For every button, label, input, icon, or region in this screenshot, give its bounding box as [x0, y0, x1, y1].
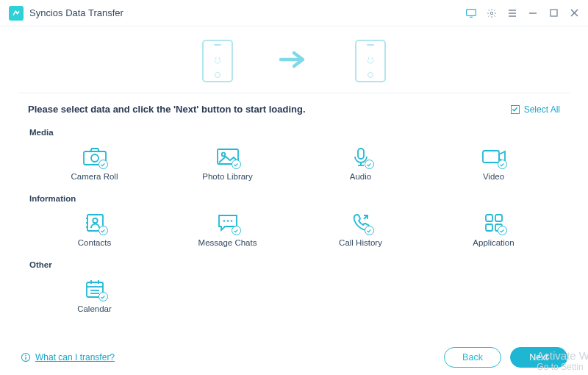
- item-label: Application: [473, 238, 514, 247]
- menu-icon[interactable]: [507, 8, 517, 18]
- footer: What can I transfer? Back Next Activate …: [0, 340, 588, 375]
- video-icon: [479, 146, 509, 168]
- item-photo-library[interactable]: Photo Library: [161, 141, 294, 188]
- group-label-media: Media: [29, 128, 560, 137]
- svg-point-21: [221, 153, 225, 157]
- chat-icon: [213, 212, 243, 234]
- item-video[interactable]: Video: [427, 141, 560, 188]
- gear-icon[interactable]: [487, 8, 497, 18]
- apps-icon: [479, 212, 509, 234]
- svg-rect-35: [495, 215, 502, 221]
- info-icon: [21, 352, 31, 362]
- item-camera-roll[interactable]: Camera Roll: [28, 141, 161, 188]
- screen-icon[interactable]: [466, 8, 476, 18]
- photo-icon: [213, 146, 243, 168]
- group-label-information: Information: [29, 194, 560, 203]
- svg-point-31: [223, 220, 225, 222]
- instruction-text: Please select data and click the 'Next' …: [28, 104, 306, 115]
- item-label: Camera Roll: [71, 172, 118, 181]
- svg-rect-0: [467, 9, 476, 15]
- source-phone-icon: [202, 40, 233, 82]
- item-audio[interactable]: Audio: [294, 141, 427, 188]
- item-call-history[interactable]: Call History: [294, 207, 427, 254]
- close-icon[interactable]: [569, 8, 579, 18]
- app-logo: [9, 6, 24, 21]
- target-phone-icon: [355, 40, 386, 82]
- svg-point-30: [93, 218, 97, 223]
- minimize-icon[interactable]: [528, 8, 538, 18]
- group-label-other: Other: [29, 260, 560, 269]
- help-label: What can I transfer?: [35, 352, 115, 362]
- item-label: Video: [483, 172, 504, 181]
- svg-rect-7: [551, 10, 557, 16]
- svg-rect-34: [486, 215, 492, 221]
- svg-point-33: [230, 220, 232, 222]
- svg-point-2: [490, 12, 493, 15]
- item-label: Contacts: [78, 238, 111, 247]
- transfer-arrow-icon: [277, 49, 311, 74]
- maximize-icon[interactable]: [548, 8, 559, 18]
- window-controls: [466, 8, 579, 18]
- svg-point-45: [25, 355, 26, 357]
- contacts-icon: [80, 212, 110, 234]
- back-button[interactable]: Back: [444, 347, 501, 368]
- calendar-icon: [80, 278, 110, 300]
- item-label: Calendar: [77, 304, 112, 313]
- svg-rect-25: [483, 151, 499, 162]
- select-all-label: Select All: [524, 104, 560, 115]
- svg-point-19: [91, 154, 98, 162]
- phone-icon: [346, 212, 376, 234]
- item-application[interactable]: Application: [427, 207, 560, 254]
- app-title: Syncios Data Transfer: [29, 7, 123, 18]
- item-calendar[interactable]: Calendar: [28, 274, 161, 321]
- svg-point-32: [226, 220, 229, 222]
- select-all-checkbox[interactable]: Select All: [511, 104, 560, 115]
- svg-rect-36: [486, 224, 492, 231]
- item-message-chats[interactable]: Message Chats: [161, 207, 294, 254]
- title-bar: Syncios Data Transfer: [0, 0, 588, 26]
- item-contacts[interactable]: Contacts: [28, 207, 161, 254]
- audio-icon: [346, 146, 376, 168]
- item-label: Audio: [350, 172, 371, 181]
- item-label: Photo Library: [202, 172, 252, 181]
- next-button[interactable]: Next: [510, 347, 567, 368]
- item-label: Call History: [339, 238, 382, 247]
- svg-rect-22: [358, 149, 364, 159]
- help-link[interactable]: What can I transfer?: [21, 352, 115, 362]
- device-diagram: [0, 26, 588, 93]
- item-label: Message Chats: [198, 238, 257, 247]
- camera-icon: [80, 146, 110, 168]
- checkmark-icon: [511, 105, 520, 114]
